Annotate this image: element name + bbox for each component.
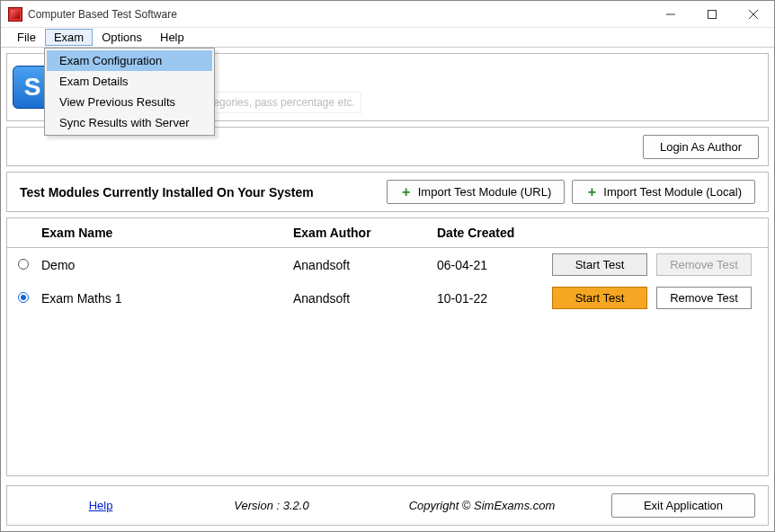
menubar: File Exam Options Help Exam Configuratio… — [1, 28, 774, 48]
modules-header-panel: Test Modules Currently Installed On Your… — [6, 172, 769, 212]
footer-panel: Help Version : 3.2.0 Copyright © SimExam… — [6, 485, 769, 526]
cell-exam-author: Anandsoft — [293, 258, 437, 272]
remove-test-button: Remove Test — [656, 253, 752, 276]
table-row: Demo Anandsoft 06-04-21 Start Test Remov… — [7, 248, 768, 281]
import-module-local-button[interactable]: + Import Test Module (Local) — [572, 180, 755, 204]
menu-options[interactable]: Options — [93, 29, 151, 46]
close-icon — [749, 10, 758, 19]
plus-icon: + — [585, 186, 598, 199]
minimize-button[interactable] — [650, 1, 691, 27]
menu-exam[interactable]: Exam — [45, 29, 93, 46]
cell-exam-author: Anandsoft — [293, 291, 437, 306]
cell-exam-name: Exam Maths 1 — [41, 291, 293, 306]
start-test-button[interactable]: Start Test — [552, 253, 647, 276]
minimize-icon — [666, 10, 675, 19]
dropdown-view-previous-results[interactable]: View Previous Results — [47, 92, 212, 112]
import-module-url-button[interactable]: + Import Test Module (URL) — [387, 180, 566, 204]
exit-application-button[interactable]: Exit Application — [611, 493, 755, 518]
modules-table-panel: Exam Name Exam Author Date Created Demo … — [6, 217, 769, 476]
col-date-created: Date Created — [437, 226, 545, 240]
table-header: Exam Name Exam Author Date Created — [7, 218, 768, 248]
cell-date-created: 06-04-21 — [437, 258, 545, 272]
modules-header-label: Test Modules Currently Installed On Your… — [20, 185, 379, 200]
version-text: Version : 3.2.0 — [191, 499, 352, 512]
window-controls — [650, 1, 774, 27]
col-exam-author: Exam Author — [293, 226, 437, 240]
remove-test-button[interactable]: Remove Test — [656, 287, 752, 309]
window-title: Computer Based Test Software — [28, 8, 177, 21]
copyright-text: Copyright © SimExams.com — [361, 499, 602, 512]
plus-icon: + — [400, 186, 413, 199]
cell-date-created: 10-01-22 — [437, 291, 545, 306]
help-link[interactable]: Help — [20, 499, 182, 512]
exam-dropdown: Exam Configuration Exam Details View Pre… — [44, 48, 215, 136]
close-button[interactable] — [733, 1, 774, 27]
menu-help[interactable]: Help — [151, 29, 193, 46]
cell-exam-name: Demo — [41, 258, 293, 272]
table-row: Exam Maths 1 Anandsoft 10-01-22 Start Te… — [7, 281, 768, 315]
dropdown-exam-configuration[interactable]: Exam Configuration — [47, 50, 212, 71]
titlebar: Computer Based Test Software — [1, 1, 774, 28]
login-as-author-button[interactable]: Login As Author — [643, 135, 759, 159]
dropdown-sync-results[interactable]: Sync Results with Server — [47, 112, 212, 133]
dropdown-exam-details[interactable]: Exam Details — [47, 71, 212, 92]
menu-file[interactable]: File — [8, 29, 45, 46]
start-test-button[interactable]: Start Test — [552, 287, 647, 309]
row-radio[interactable] — [18, 259, 29, 270]
import-url-label: Import Test Module (URL) — [418, 185, 552, 199]
app-window: Computer Based Test Software File Exam O… — [0, 0, 775, 532]
maximize-icon — [708, 10, 717, 19]
col-exam-name: Exam Name — [41, 226, 293, 240]
import-local-label: Import Test Module (Local) — [603, 185, 742, 199]
row-radio[interactable] — [18, 292, 29, 303]
app-icon — [8, 7, 22, 22]
svg-rect-1 — [708, 10, 717, 18]
maximize-button[interactable] — [691, 1, 733, 27]
